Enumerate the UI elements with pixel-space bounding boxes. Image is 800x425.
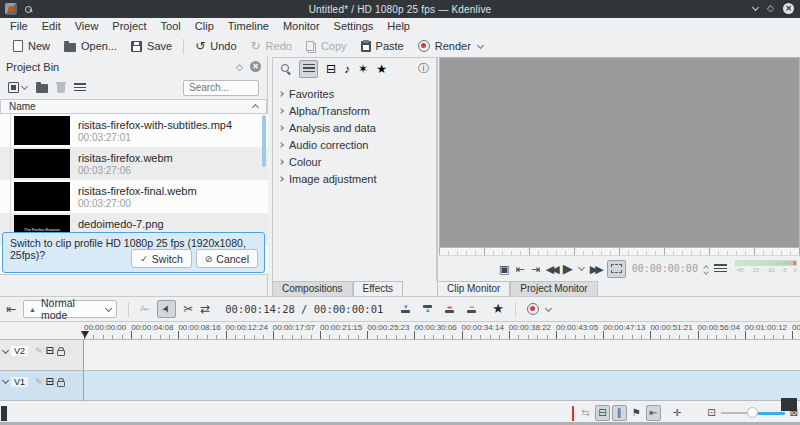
search-input[interactable] bbox=[183, 80, 259, 96]
track-adjust-icon[interactable]: ⇤ bbox=[6, 303, 16, 315]
audio-effects-icon[interactable]: ♪ bbox=[344, 63, 350, 75]
play-options-chevron-icon[interactable] bbox=[578, 264, 585, 271]
menu-item[interactable]: Timeline bbox=[221, 18, 276, 35]
open-button[interactable]: Open... bbox=[57, 36, 124, 56]
favorite-effects-button[interactable]: ★ bbox=[492, 303, 504, 315]
timeline-insert-icon[interactable]: ▼ bbox=[398, 305, 413, 313]
menu-item[interactable]: File bbox=[3, 18, 35, 35]
redo-button[interactable]: ↻ Redo bbox=[244, 36, 299, 56]
menu-item[interactable]: Monitor bbox=[276, 18, 327, 35]
track-v1-header[interactable]: V1 ✎ ⊟ bbox=[0, 371, 84, 401]
copy-button[interactable]: Copy bbox=[299, 36, 354, 56]
paste-button[interactable]: Paste bbox=[354, 36, 411, 56]
tab-effects[interactable]: Effects bbox=[353, 281, 403, 296]
search-icon[interactable] bbox=[280, 63, 291, 74]
save-button[interactable]: Save bbox=[124, 36, 179, 56]
track-name[interactable]: V2 bbox=[11, 346, 28, 356]
cancel-button[interactable]: ⊘ Cancel bbox=[196, 249, 258, 268]
zoom-slider-handle[interactable] bbox=[747, 407, 758, 418]
float-panel-icon[interactable]: ◇ bbox=[236, 62, 243, 72]
monitor-timecode[interactable]: 00:00:00:00 bbox=[632, 263, 698, 274]
zone-mode-button[interactable] bbox=[607, 260, 626, 278]
mix-tool-icon[interactable]: ✁ bbox=[140, 303, 150, 315]
tab-clip-monitor[interactable]: Clip Monitor bbox=[437, 281, 510, 296]
effect-category-row[interactable]: Image adjustment bbox=[273, 170, 436, 187]
name-column-header[interactable]: Name bbox=[0, 99, 267, 114]
custom-effects-icon[interactable]: ✶ bbox=[358, 63, 368, 75]
menu-item[interactable]: Clip bbox=[188, 18, 221, 35]
goto-zone-in-icon[interactable]: ⇤ bbox=[515, 263, 524, 275]
play-icon[interactable]: ▶ bbox=[563, 263, 573, 275]
info-icon[interactable]: ⓘ bbox=[418, 61, 429, 76]
rewind-icon[interactable]: ◀◀ bbox=[546, 263, 557, 275]
bin-clip-row[interactable]: risitas-firefox-with-subtitles.mp4 00:03… bbox=[0, 114, 268, 147]
fast-forward-icon[interactable]: ▶▶ bbox=[590, 263, 601, 275]
track-lock-icon[interactable] bbox=[57, 350, 65, 356]
playhead-marker[interactable] bbox=[81, 331, 89, 338]
timeline-extract-icon[interactable]: ◂▸ bbox=[442, 305, 457, 313]
favorite-effects-icon[interactable]: ★ bbox=[376, 63, 387, 75]
razor-tool-icon[interactable]: ✂ bbox=[183, 303, 193, 315]
goto-zone-out-icon[interactable]: ⇥ bbox=[531, 263, 540, 275]
selection-tool-button[interactable]: ➤ bbox=[157, 300, 176, 318]
track-effects-icon[interactable]: ✎ bbox=[35, 376, 43, 388]
show-video-thumbnails-button[interactable]: ⊟ bbox=[595, 405, 610, 421]
bin-clip-row[interactable]: risitas-firefox.webm 00:03:27:06 bbox=[0, 147, 268, 180]
monitor-seek-ruler[interactable] bbox=[439, 248, 800, 256]
preview-render-chevron-icon[interactable] bbox=[545, 304, 552, 311]
maximize-button[interactable]: ◇ bbox=[767, 3, 774, 14]
track-v1-lane[interactable] bbox=[84, 371, 800, 401]
monitor-video-area[interactable] bbox=[439, 57, 800, 248]
preview-render-icon[interactable] bbox=[527, 303, 539, 315]
show-audio-thumbnails-button[interactable]: ∥ bbox=[612, 405, 627, 421]
track-name[interactable]: V1 bbox=[11, 377, 28, 387]
fit-zoom-icon[interactable]: ✛ bbox=[673, 407, 681, 419]
tab-compositions[interactable]: Compositions bbox=[272, 281, 353, 296]
bin-clip-row[interactable]: risitas-firefox-final.webm 00:03:27:00 bbox=[0, 180, 268, 213]
menu-item[interactable]: Edit bbox=[35, 18, 68, 35]
track-lock-icon[interactable] bbox=[57, 381, 65, 387]
zoom-slider[interactable] bbox=[721, 406, 785, 420]
menu-item[interactable]: Settings bbox=[327, 18, 381, 35]
list-view-button[interactable] bbox=[299, 60, 318, 78]
close-button[interactable]: ✕ bbox=[783, 3, 794, 14]
delete-clip-button[interactable] bbox=[57, 84, 65, 93]
play-zone-icon[interactable]: ▣ bbox=[499, 263, 509, 275]
render-button[interactable]: Render bbox=[411, 36, 478, 56]
show-markers-button[interactable]: ⚑ bbox=[629, 405, 644, 421]
menu-item[interactable]: View bbox=[68, 18, 106, 35]
timecode-spinner[interactable] bbox=[704, 264, 708, 274]
timeline-timecode[interactable]: 00:00:14:28 / 00:00:00:01 bbox=[225, 303, 383, 315]
effect-category-row[interactable]: Alpha/Transform bbox=[273, 102, 436, 119]
zoom-out-icon[interactable]: ⊡ bbox=[707, 407, 715, 419]
auto-transition-button[interactable]: ⇆ bbox=[578, 405, 593, 421]
effect-category-row[interactable]: Favorites bbox=[273, 85, 436, 102]
track-collapse-chevron-icon[interactable] bbox=[2, 377, 9, 384]
timeline-hscroll-handle[interactable] bbox=[1, 406, 7, 421]
track-collapse-chevron-icon[interactable] bbox=[2, 346, 9, 353]
tab-project-monitor[interactable]: Project Monitor bbox=[510, 281, 597, 296]
monitor-menu-icon[interactable] bbox=[714, 264, 727, 273]
minimize-button[interactable] bbox=[752, 4, 759, 11]
switch-button[interactable]: ✓ Switch bbox=[131, 249, 191, 268]
timeline-ruler[interactable]: 00:00:00:0000:00:04:0800:00:08:1600:00:1… bbox=[0, 322, 800, 340]
close-panel-icon[interactable]: ✕ bbox=[250, 61, 261, 72]
undo-button[interactable]: ↺ Undo bbox=[188, 36, 243, 56]
menu-item[interactable]: Tool bbox=[154, 18, 188, 35]
track-effects-icon[interactable]: ✎ bbox=[35, 345, 43, 357]
timeline-vscroll-handle[interactable] bbox=[781, 398, 797, 411]
track-thumbnails-icon[interactable]: ⊟ bbox=[46, 345, 54, 357]
bin-menu-button[interactable] bbox=[74, 83, 86, 92]
video-effects-icon[interactable]: ⊟ bbox=[326, 63, 336, 75]
add-clip-button[interactable] bbox=[8, 82, 27, 93]
bin-scrollbar[interactable] bbox=[262, 115, 266, 167]
track-v2-header[interactable]: V2 ✎ ⊟ bbox=[0, 340, 84, 371]
track-v2-lane[interactable] bbox=[84, 340, 800, 371]
timeline-lift-icon[interactable]: ▪▪ bbox=[464, 305, 479, 313]
track-thumbnails-icon[interactable]: ⊟ bbox=[46, 376, 54, 388]
new-button[interactable]: New bbox=[6, 36, 57, 56]
edit-mode-combo[interactable]: ▲ Normal mode bbox=[23, 300, 117, 318]
effect-category-row[interactable]: Analysis and data bbox=[273, 119, 436, 136]
effect-category-row[interactable]: Audio correction bbox=[273, 136, 436, 153]
snap-button[interactable]: ⇤ bbox=[646, 405, 661, 421]
